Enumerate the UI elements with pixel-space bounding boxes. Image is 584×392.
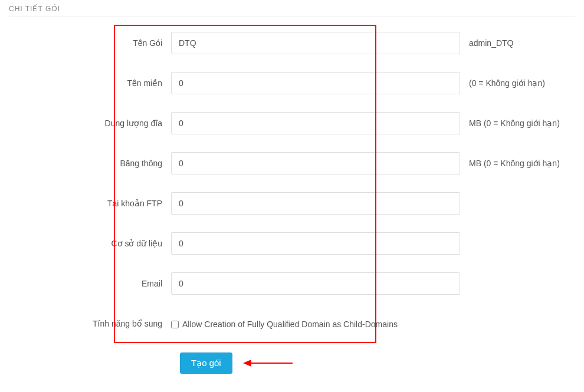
bandwidth-input[interactable]	[171, 152, 460, 174]
row-ftp: Tài khoản FTP	[9, 192, 575, 215]
hint-bandwidth: MB (0 = Không giới hạn)	[460, 159, 575, 168]
package-name-input[interactable]	[171, 32, 460, 54]
hint-disk-space: MB (0 = Không giới hạn)	[460, 118, 575, 128]
allow-child-domains-checkbox[interactable]	[171, 321, 179, 328]
label-ftp: Tài khoản FTP	[9, 199, 171, 208]
ftp-input[interactable]	[171, 192, 460, 215]
row-features: Tính năng bổ sung Allow Creation of Full…	[9, 312, 575, 335]
label-features: Tính năng bổ sung	[9, 319, 171, 328]
hint-package-name: admin_DTQ	[460, 38, 575, 48]
package-form: Tên Gói admin_DTQ Tên miền (0 = Không gi…	[9, 17, 575, 374]
row-email: Email	[9, 272, 575, 295]
label-domain: Tên miền	[9, 78, 171, 88]
row-database: Cơ sở dữ liệu	[9, 232, 575, 255]
row-disk-space: Dung lượng đĩa MB (0 = Không giới hạn)	[9, 112, 575, 134]
allow-child-domains-label: Allow Creation of Fully Qualified Domain…	[182, 319, 398, 329]
arrow-annotation	[243, 360, 293, 367]
arrow-left-icon	[243, 360, 251, 367]
label-package-name: Tên Gói	[9, 38, 171, 48]
disk-space-input[interactable]	[171, 112, 460, 134]
row-bandwidth: Băng thông MB (0 = Không giới hạn)	[9, 152, 575, 174]
label-database: Cơ sở dữ liệu	[9, 239, 171, 248]
hint-domain: (0 = Không giới hạn)	[460, 78, 575, 88]
label-disk-space: Dung lượng đĩa	[9, 118, 171, 128]
row-package-name: Tên Gói admin_DTQ	[9, 32, 575, 54]
label-bandwidth: Băng thông	[9, 159, 171, 168]
email-input[interactable]	[171, 272, 460, 295]
panel-title: CHI TIẾT GÓI	[9, 0, 575, 17]
create-package-button[interactable]: Tạo gói	[180, 353, 232, 374]
domain-input[interactable]	[171, 72, 460, 94]
label-email: Email	[9, 279, 171, 288]
database-input[interactable]	[171, 232, 460, 255]
row-domain: Tên miền (0 = Không giới hạn)	[9, 72, 575, 94]
